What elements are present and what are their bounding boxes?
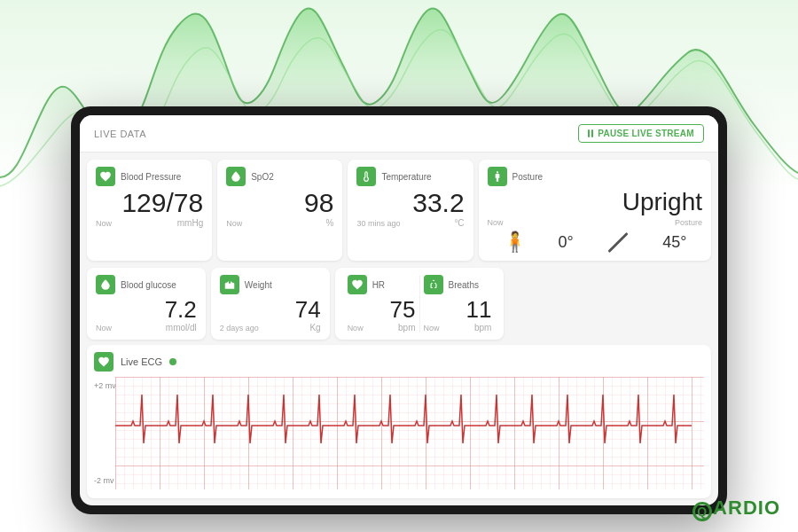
- posture-angle2: 45°: [662, 233, 686, 252]
- glucose-header: Blood glucose: [96, 275, 197, 294]
- posture-header: Posture: [488, 167, 702, 186]
- spacer: [509, 268, 711, 340]
- posture-angle1: 0°: [558, 233, 573, 252]
- thermometer-icon: [356, 167, 376, 186]
- temp-label: Temperature: [381, 172, 431, 182]
- breaths-footer: Now bpm: [424, 323, 492, 332]
- spo2-label: SpO2: [251, 172, 274, 182]
- ecg-live-dot: [169, 358, 176, 365]
- breaths-unit: bpm: [474, 323, 491, 332]
- bp-card-header: Blood Pressure: [96, 167, 203, 186]
- spo2-card: SpO2 98 Now %: [217, 160, 342, 261]
- temp-unit: °C: [454, 218, 464, 228]
- posture-svg: [491, 170, 504, 183]
- posture-time: Now: [488, 218, 504, 227]
- ecg-pos-label: +2 mv: [94, 381, 116, 390]
- weight-svg: [223, 278, 236, 291]
- q-circle-icon: Q: [692, 502, 712, 521]
- spo2-card-header: SpO2: [226, 167, 333, 186]
- bp-unit: mmHg: [177, 218, 203, 228]
- temperature-card: Temperature 33.2 30 mins ago °C: [348, 160, 473, 261]
- blood-pressure-card: Blood Pressure 129/78 Now mmHg: [87, 160, 212, 261]
- tablet-screen: LIVE DATA PAUSE LIVE STREAM Blood Pressu…: [80, 115, 718, 505]
- ecg-chart: +2 mv -2 mv: [94, 377, 704, 489]
- cards-row2: Blood glucose 7.2 Now mmol/dl Weight 74: [80, 268, 718, 345]
- bp-label: Blood Pressure: [121, 172, 181, 182]
- breaths-half: Breaths 11 Now bpm: [419, 275, 496, 332]
- posture-bottom: 🧍 0° 45°: [488, 231, 702, 254]
- spo2-footer: Now %: [226, 218, 333, 228]
- weight-label: Weight: [245, 280, 272, 290]
- spo2-value: 98: [226, 190, 333, 216]
- pause-icon: [588, 129, 593, 137]
- weight-card: Weight 74 2 days ago Kg: [211, 268, 330, 340]
- glucose-icon: [96, 275, 115, 294]
- pause-live-stream-button[interactable]: PAUSE LIVE STREAM: [578, 124, 704, 143]
- glucose-footer: Now mmol/dl: [96, 323, 197, 332]
- posture-value: Upright: [488, 188, 702, 216]
- spo2-time: Now: [226, 219, 242, 228]
- weight-value: 74: [220, 298, 321, 321]
- bp-time: Now: [96, 219, 112, 228]
- hr-breaths-card: HR 75 Now bpm Breaths: [335, 268, 505, 340]
- qardio-logo: QARDIO: [692, 497, 780, 520]
- posture-icon: [488, 167, 507, 186]
- breaths-time: Now: [424, 324, 440, 332]
- temp-footer: 30 mins ago °C: [356, 218, 464, 228]
- brand-name: ARDIO: [713, 497, 780, 519]
- posture-card: Posture Upright Now Posture 🧍 0° 45°: [479, 160, 711, 261]
- weight-footer: 2 days ago Kg: [220, 323, 321, 332]
- lungs-svg: [427, 278, 440, 291]
- ecg-grid: [115, 377, 704, 489]
- temp-time: 30 mins ago: [356, 219, 400, 228]
- bp-footer: Now mmHg: [96, 218, 203, 228]
- pause-button-label: PAUSE LIVE STREAM: [598, 129, 694, 138]
- spo2-unit: %: [326, 218, 334, 228]
- ecg-section: Live ECG +2 mv -2 mv: [87, 345, 711, 498]
- glucose-label: Blood glucose: [121, 280, 176, 290]
- ecg-neg-label: -2 mv: [94, 476, 114, 485]
- posture-label: Posture: [512, 172, 543, 182]
- hr-footer: Now bpm: [348, 323, 416, 332]
- droplet-svg: [230, 170, 242, 183]
- ecg-heart-svg: [98, 356, 110, 368]
- hr-header: HR: [348, 275, 416, 294]
- blood-glucose-card: Blood glucose 7.2 Now mmol/dl: [87, 268, 206, 340]
- breaths-label: Breaths: [449, 280, 479, 290]
- live-data-title: LIVE DATA: [94, 129, 146, 139]
- weight-time: 2 days ago: [220, 324, 259, 332]
- ecg-title: Live ECG: [121, 356, 162, 367]
- weight-unit: Kg: [309, 323, 320, 332]
- breaths-icon: [424, 275, 443, 294]
- heart-bp-svg: [99, 170, 112, 183]
- hr-icon: [348, 275, 367, 294]
- glucose-value: 7.2: [96, 298, 197, 321]
- ecg-svg: [115, 377, 704, 489]
- svg-rect-1: [115, 377, 704, 489]
- header-bar: LIVE DATA PAUSE LIVE STREAM: [80, 115, 718, 153]
- posture-footer: Now Posture: [488, 218, 702, 227]
- body-figure-icon: 🧍: [503, 231, 527, 254]
- weight-header: Weight: [220, 275, 321, 294]
- posture-line-group: [605, 241, 631, 244]
- breaths-value: 11: [424, 298, 492, 321]
- glucose-svg: [99, 278, 112, 291]
- thermometer-svg: [360, 170, 372, 183]
- weight-icon: [220, 275, 239, 294]
- hr-label: HR: [372, 280, 385, 290]
- posture-line-icon: [607, 231, 628, 252]
- hr-value: 75: [348, 298, 416, 321]
- glucose-time: Now: [96, 324, 112, 332]
- heart-svg: [351, 278, 364, 291]
- spo2-icon: [226, 167, 246, 186]
- bp-value: 129/78: [96, 190, 203, 216]
- hr-time: Now: [348, 324, 364, 332]
- cards-row1: Blood Pressure 129/78 Now mmHg SpO2 98: [80, 153, 718, 268]
- ecg-icon: [94, 352, 113, 372]
- tablet-frame: LIVE DATA PAUSE LIVE STREAM Blood Pressu…: [71, 106, 727, 514]
- hr-half: HR 75 Now bpm: [344, 275, 419, 332]
- glucose-unit: mmol/dl: [166, 323, 197, 332]
- posture-unit: Posture: [675, 218, 702, 227]
- bp-icon: [96, 167, 115, 186]
- hr-unit: bpm: [398, 323, 415, 332]
